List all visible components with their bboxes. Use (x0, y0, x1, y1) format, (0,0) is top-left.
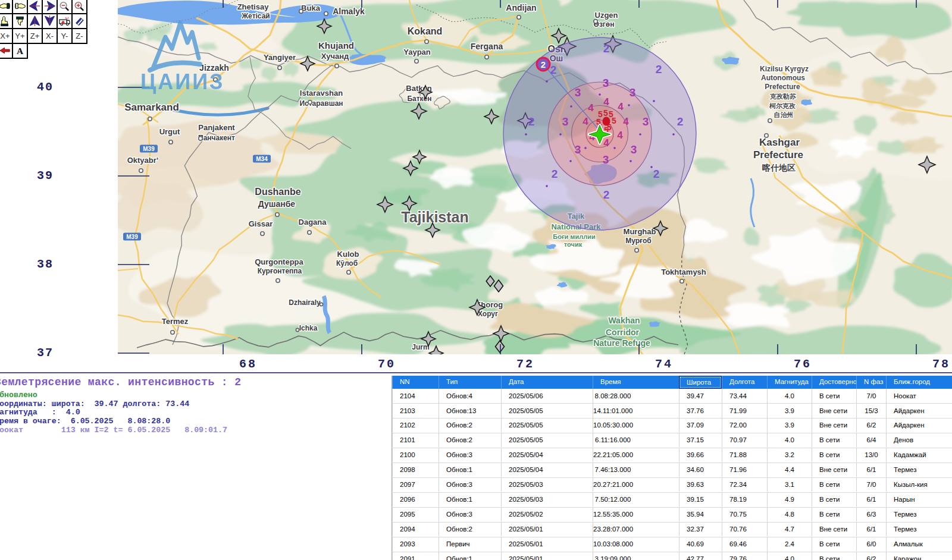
svg-text:2: 2 (552, 168, 558, 180)
svg-text:喀什地区: 喀什地区 (762, 163, 796, 172)
svg-text:Dzhairaly: Dzhairaly (289, 298, 321, 307)
svg-text:2: 2 (541, 59, 546, 70)
svg-text:3: 3 (562, 115, 569, 128)
svg-text:Istaravshan: Istaravshan (300, 89, 343, 97)
svg-text:Курғонтеппа: Курғонтеппа (258, 267, 302, 275)
svg-text:自治州: 自治州 (774, 111, 794, 118)
svg-text:4: 4 (583, 116, 588, 127)
svg-text:Dagana: Dagana (299, 218, 327, 226)
svg-text:Кӯлоб: Кӯлоб (336, 259, 358, 268)
svg-text:Ichka: Ichka (299, 324, 318, 332)
svg-text:5: 5 (612, 116, 616, 125)
svg-text:Andijan: Andijan (506, 3, 536, 12)
svg-text:M34: M34 (256, 156, 268, 162)
svg-text:Tokhtamysh: Tokhtamysh (661, 268, 706, 276)
svg-text:Мурғоб: Мурғоб (625, 237, 652, 245)
svg-text:2: 2 (603, 42, 610, 55)
svg-text:Боғи миллии: Боғи миллии (553, 233, 595, 240)
svg-text:Kashgar: Kashgar (759, 137, 800, 148)
svg-text:3: 3 (575, 143, 581, 156)
svg-text:2: 2 (677, 115, 684, 128)
svg-text:3: 3 (631, 143, 637, 156)
svg-text:Almalyk: Almalyk (333, 7, 365, 16)
svg-text:Fergana: Fergana (471, 42, 503, 51)
svg-text:Uzgen: Uzgen (595, 11, 618, 20)
svg-text:3: 3 (643, 115, 649, 128)
svg-text:Gissar: Gissar (249, 219, 273, 228)
svg-text:克孜勒苏: 克孜勒苏 (769, 93, 797, 100)
svg-text:Panjakent: Panjakent (198, 123, 235, 132)
svg-text:Kulob: Kulob (337, 250, 359, 259)
svg-text:2: 2 (656, 63, 662, 75)
svg-text:Истаравшан: Истаравшан (299, 99, 343, 108)
svg-text:Панчакент: Панчакент (198, 134, 235, 142)
svg-text:2: 2 (653, 168, 660, 180)
svg-text:2: 2 (550, 64, 557, 76)
svg-text:柯尔克孜: 柯尔克孜 (769, 102, 796, 109)
svg-text:Prefecture: Prefecture (765, 83, 800, 91)
svg-text:A: A (17, 46, 23, 56)
svg-text:2: 2 (528, 115, 535, 128)
svg-text:ЦАИИЗ: ЦАИИЗ (140, 70, 225, 94)
svg-text:M39: M39 (143, 146, 155, 152)
svg-text:Buka: Buka (301, 4, 321, 12)
svg-text:4: 4 (617, 130, 623, 141)
svg-text:2: 2 (603, 188, 610, 201)
svg-text:3: 3 (603, 153, 609, 166)
svg-text:Corridor: Corridor (606, 328, 640, 337)
svg-text:3: 3 (575, 86, 581, 99)
svg-text:4: 4 (588, 102, 594, 114)
svg-text:4: 4 (603, 137, 609, 149)
svg-text:4: 4 (603, 96, 609, 108)
svg-text:4: 4 (618, 101, 624, 112)
svg-text:Tajikistan: Tajikistan (401, 209, 468, 225)
svg-text:Jurm: Jurm (412, 343, 429, 351)
svg-text:Хучанд: Хучанд (321, 52, 349, 61)
svg-text:M39: M39 (126, 234, 138, 240)
svg-text:5: 5 (603, 108, 608, 118)
svg-text:Oktyabrʼ: Oktyabrʼ (127, 156, 159, 165)
svg-text:Zhetisay: Zhetisay (237, 2, 270, 11)
svg-text:4: 4 (623, 116, 629, 127)
svg-text:Душанбе: Душанбе (258, 199, 295, 209)
svg-text:Nature Refuge: Nature Refuge (593, 338, 650, 348)
svg-text:Хоруг: Хоруг (478, 310, 498, 318)
svg-text:Autonomous: Autonomous (761, 74, 805, 82)
svg-text:Khujand: Khujand (318, 40, 354, 51)
svg-text:Qurgonteppa: Qurgonteppa (255, 257, 303, 266)
svg-text:точик: точик (564, 241, 583, 248)
svg-text:Баткен: Баткен (407, 95, 431, 103)
svg-text:Dushanbe: Dushanbe (255, 187, 300, 197)
svg-text:Urgut: Urgut (159, 127, 180, 136)
svg-text:3: 3 (630, 86, 636, 99)
svg-text:Kokand: Kokand (408, 26, 443, 36)
svg-text:Yaypan: Yaypan (403, 48, 431, 56)
svg-text:Murghab: Murghab (624, 227, 656, 236)
svg-text:Termez: Termez (162, 317, 189, 326)
svg-text:Wakhan: Wakhan (608, 316, 640, 325)
svg-text:Kizilsu Kyrgyz: Kizilsu Kyrgyz (760, 65, 809, 73)
svg-text:Prefecture: Prefecture (753, 149, 803, 161)
